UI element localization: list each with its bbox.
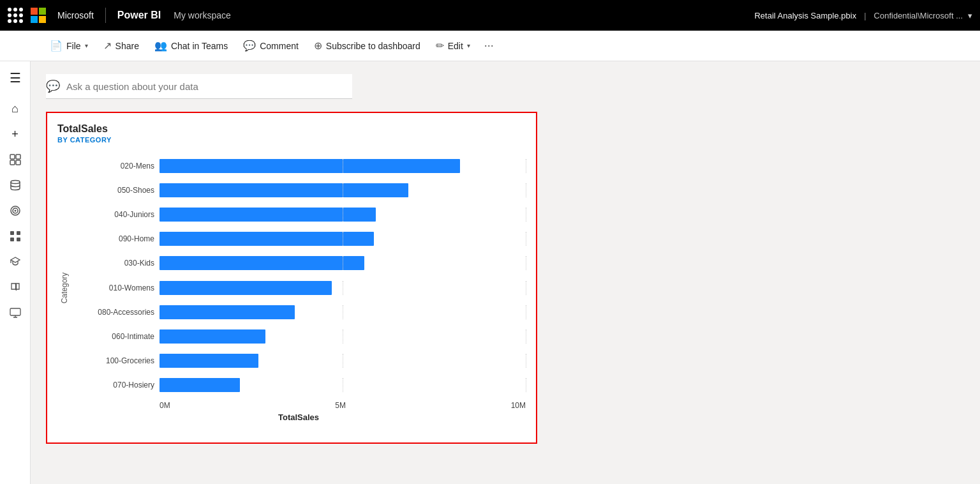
sidebar-item-data[interactable] (4, 174, 27, 197)
share-label: Share (115, 41, 139, 51)
bar-track (160, 378, 526, 392)
svg-rect-11 (17, 238, 20, 241)
microsoft-label: Microsoft (57, 10, 94, 20)
bar-label: 020-Mens (71, 162, 154, 170)
chart-card: TotalSales BY CATEGORY Category 020-Mens… (46, 112, 537, 444)
svg-point-4 (11, 181, 20, 184)
svg-rect-3 (16, 160, 20, 165)
file-icon: 📄 (50, 40, 63, 52)
sidebar-item-learn[interactable] (4, 250, 27, 273)
bar-fill (160, 159, 460, 173)
bar-label: 050-Shoes (71, 186, 154, 195)
topbar: Microsoft Power BI My workspace Retail A… (0, 0, 980, 31)
file-chevron-icon: ▾ (85, 42, 88, 49)
bar-track (160, 183, 526, 197)
confidential-label: Confidential\Microsoft ... (874, 11, 963, 20)
x-axis-label: TotalSales (71, 412, 526, 422)
bar-row: 060-Intimate (71, 329, 526, 344)
bar-track (160, 354, 526, 368)
sidebar-item-browse[interactable] (4, 148, 27, 171)
bar-label: 030-Kids (71, 259, 154, 268)
bar-fill (160, 183, 408, 197)
sidebar-item-create[interactable]: + (4, 123, 27, 146)
content-area: 💬 TotalSales BY CATEGORY Category 020-Me… (31, 61, 980, 484)
bar-row: 090-Home (71, 232, 526, 246)
bar-track (160, 256, 526, 270)
comment-button[interactable]: 💬 Comment (237, 36, 305, 56)
sidebar-item-home[interactable]: ⌂ (4, 97, 27, 120)
bar-row: 030-Kids (71, 256, 526, 270)
y-axis-label: Category (60, 273, 69, 304)
bar-track (160, 159, 526, 173)
qa-bar[interactable]: 💬 (46, 74, 352, 99)
subscribe-icon: ⊕ (314, 40, 322, 52)
edit-label: Edit (448, 41, 463, 51)
x-tick: 10M (511, 401, 526, 410)
bar-track (160, 208, 526, 222)
sidebar-item-monitor[interactable] (4, 301, 27, 324)
share-button[interactable]: ↗ Share (97, 36, 145, 56)
x-tick: 0M (160, 401, 170, 410)
bar-fill (160, 256, 364, 270)
subscribe-button[interactable]: ⊕ Subscribe to dashboard (308, 36, 427, 56)
comment-label: Comment (260, 41, 299, 51)
sidebar-item-apps[interactable] (4, 225, 27, 248)
more-options-button[interactable]: ··· (479, 35, 499, 56)
filename-label: Retail Analysis Sample.pbix (754, 11, 856, 20)
bar-label: 090-Home (71, 234, 154, 243)
workspace-label: My workspace (174, 10, 230, 20)
bar-track (160, 232, 526, 246)
bar-label: 040-Juniors (71, 210, 154, 219)
topbar-divider (105, 8, 106, 23)
bar-row: 040-Juniors (71, 208, 526, 222)
chart-subtitle: BY CATEGORY (57, 136, 526, 144)
edit-icon: ✏ (436, 40, 444, 52)
bar-fill (160, 354, 258, 368)
bar-row: 050-Shoes (71, 183, 526, 197)
toolbar: 📄 File ▾ ↗ Share 👥 Chat in Teams 💬 Comme… (0, 31, 980, 61)
bar-row: 080-Accessories (71, 305, 526, 319)
sidebar: ☰ ⌂ + (0, 61, 31, 484)
x-tick: 5M (335, 401, 346, 410)
edit-chevron-icon: ▾ (467, 42, 470, 49)
bar-row: 020-Mens (71, 159, 526, 173)
bar-chart: Category 020-Mens050-Shoes040-Juniors090… (57, 154, 526, 422)
file-menu[interactable]: 📄 File ▾ (43, 36, 94, 56)
microsoft-logo (31, 8, 46, 23)
x-axis: 0M5M10M (71, 401, 526, 410)
bar-track (160, 281, 526, 295)
topbar-right: Retail Analysis Sample.pbix | Confidenti… (754, 11, 972, 20)
edit-button[interactable]: ✏ Edit ▾ (429, 36, 477, 56)
bar-fill (160, 378, 240, 392)
y-axis-label-wrap: Category (57, 154, 71, 422)
chat-label: Chat in Teams (171, 41, 228, 51)
topbar-chevron-icon[interactable]: ▾ (968, 11, 972, 20)
chart-title: TotalSales (57, 123, 526, 135)
svg-rect-2 (10, 160, 15, 165)
bar-label: 060-Intimate (71, 332, 154, 341)
subscribe-label: Subscribe to dashboard (326, 41, 420, 51)
teams-icon: 👥 (154, 40, 167, 52)
qa-icon: 💬 (46, 79, 60, 93)
svg-rect-12 (10, 308, 20, 315)
bar-row: 070-Hosiery (71, 378, 526, 392)
bar-fill (160, 329, 265, 344)
share-icon: ↗ (103, 40, 112, 52)
comment-icon: 💬 (243, 40, 256, 52)
bar-label: 070-Hosiery (71, 381, 154, 389)
app-launcher[interactable] (8, 8, 23, 23)
sidebar-item-read[interactable] (4, 276, 27, 299)
qa-input[interactable] (66, 81, 352, 92)
bar-fill (160, 305, 295, 319)
svg-rect-1 (16, 155, 20, 159)
bar-row: 010-Womens (71, 281, 526, 295)
bar-fill (160, 232, 374, 246)
bar-row: 100-Groceries (71, 354, 526, 368)
sidebar-hamburger[interactable]: ☰ (4, 66, 27, 89)
bar-track (160, 305, 526, 319)
bar-label: 010-Womens (71, 284, 154, 292)
chat-in-teams-button[interactable]: 👥 Chat in Teams (148, 36, 234, 56)
main-layout: ☰ ⌂ + 💬 TotalSal (0, 61, 980, 484)
sidebar-item-goals[interactable] (4, 199, 27, 222)
svg-point-7 (14, 210, 16, 212)
